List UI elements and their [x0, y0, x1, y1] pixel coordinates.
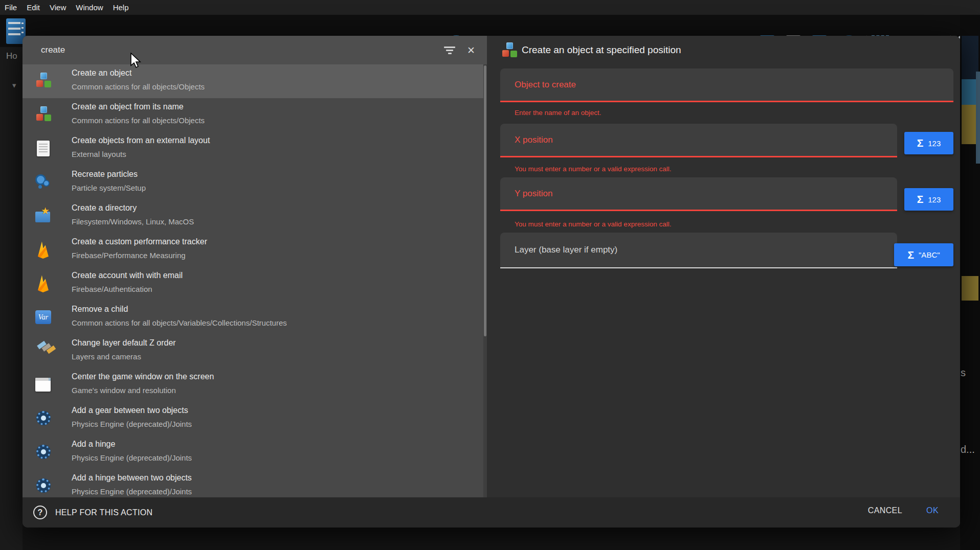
y-position-field[interactable]: Y position — [500, 177, 897, 211]
action-subtitle: Physics Engine (deprecated)/Joints — [72, 487, 192, 496]
new-action-dialog: ✕ Create an object Common actions for al… — [23, 36, 960, 528]
sigma-icon: Σ — [907, 249, 914, 261]
list-item[interactable]: Var Remove a child Common actions for al… — [23, 301, 487, 334]
action-title: Remove a child — [72, 305, 128, 314]
x-position-field[interactable]: X position — [500, 124, 897, 157]
action-subtitle: Particle system/Setup — [72, 184, 146, 192]
action-icon — [34, 376, 53, 394]
list-item[interactable]: Create account with with email Firebase/… — [23, 267, 487, 301]
cubes-icon — [500, 42, 516, 58]
action-list-panel: ✕ Create an object Common actions for al… — [23, 36, 487, 497]
dialog-footer: ? HELP FOR THIS ACTION CANCEL OK — [23, 497, 960, 528]
object-to-create-field[interactable]: Object to create — [500, 68, 953, 102]
action-icon — [34, 140, 53, 158]
x-expression-button[interactable]: Σ 123 — [904, 132, 953, 154]
object-to-create-label: Object to create — [515, 80, 576, 90]
close-icon[interactable]: ✕ — [463, 44, 479, 56]
action-title: Add a gear between two objects — [72, 406, 188, 415]
action-subtitle: Physics Engine (deprecated)/Joints — [72, 420, 192, 428]
layer-label: Layer (base layer if empty) — [515, 245, 617, 255]
action-subtitle: Firebase/Authentication — [72, 285, 152, 293]
action-title: Center the game window on the screen — [72, 372, 214, 381]
app-window: File Edit View Window Help PREVIEW PUBLI… — [0, 0, 980, 550]
background-text-partial: s — [961, 367, 966, 379]
mouse-cursor — [129, 53, 142, 69]
home-tab-partial: Ho — [6, 51, 17, 61]
editor-title: Create an object at specified position — [522, 44, 681, 56]
action-subtitle: Layers and cameras — [72, 352, 141, 361]
list-item[interactable]: Create an object Common actions for all … — [23, 64, 487, 98]
action-list: Create an object Common actions for all … — [23, 64, 487, 497]
action-icon — [34, 477, 53, 495]
action-subtitle: Common actions for all objects/Objects — [72, 116, 205, 125]
action-subtitle: Physics Engine (deprecated)/Joints — [72, 453, 192, 462]
x-position-label: X position — [515, 135, 553, 145]
list-item[interactable]: Create a directory Filesystem/Windows, L… — [23, 199, 487, 233]
action-title: Change layer default Z order — [72, 338, 176, 348]
help-button[interactable]: ? HELP FOR THIS ACTION — [33, 497, 152, 528]
action-title: Create account with with email — [72, 271, 183, 280]
list-item[interactable]: Add a gear between two objects Physics E… — [23, 402, 487, 436]
list-item[interactable]: Create an object from its name Common ac… — [23, 98, 487, 132]
action-icon — [34, 342, 53, 360]
search-bar: ✕ — [23, 36, 487, 64]
action-icon — [34, 173, 53, 192]
x-expression-button-label: 123 — [928, 139, 941, 148]
y-position-label: Y position — [515, 189, 552, 199]
action-title: Create an object from its name — [72, 102, 184, 111]
editor-header: Create an object at specified position — [500, 42, 681, 58]
menu-help[interactable]: Help — [113, 3, 129, 12]
action-icon — [34, 443, 53, 462]
x-error-text: You must enter a number or a valid expre… — [515, 165, 671, 173]
action-subtitle: External layouts — [72, 150, 126, 158]
layer-expression-button-label: "ABC" — [919, 250, 940, 259]
sigma-icon: Σ — [917, 137, 924, 149]
action-subtitle: Firebase/Performance Measuring — [72, 251, 186, 260]
menu-view[interactable]: View — [50, 3, 66, 12]
ok-button[interactable]: OK — [926, 506, 939, 515]
layer-field[interactable]: Layer (base layer if empty) — [500, 233, 897, 268]
layer-expression-button[interactable]: Σ "ABC" — [894, 243, 953, 266]
menu-window[interactable]: Window — [76, 3, 103, 12]
action-title: Add a hinge between two objects — [72, 473, 192, 483]
action-title: Recreate particles — [72, 170, 138, 179]
list-item[interactable]: Center the game window on the screen Gam… — [23, 368, 487, 402]
cancel-button[interactable]: CANCEL — [868, 506, 902, 515]
action-icon — [34, 274, 53, 293]
sigma-icon: Σ — [917, 193, 924, 205]
action-title: Create objects from an external layout — [72, 136, 210, 145]
action-icon: Var — [34, 308, 53, 327]
search-input[interactable] — [41, 45, 443, 55]
list-item[interactable]: Create a custom performance tracker Fire… — [23, 233, 487, 267]
list-item[interactable]: Add a hinge Physics Engine (deprecated)/… — [23, 436, 487, 469]
list-item[interactable]: Add a hinge between two objects Physics … — [23, 469, 487, 497]
help-icon: ? — [33, 506, 47, 519]
list-item[interactable]: Change layer default Z order Layers and … — [23, 334, 487, 368]
menu-file[interactable]: File — [5, 3, 17, 12]
background-object — [962, 276, 978, 301]
y-expression-button[interactable]: Σ 123 — [904, 188, 953, 211]
y-error-text: You must enter a number or a valid expre… — [515, 220, 671, 228]
action-icon — [34, 409, 53, 428]
list-scrollbar-thumb[interactable] — [484, 65, 486, 336]
action-subtitle: Common actions for all objects/Variables… — [72, 318, 287, 327]
background-panel — [0, 47, 23, 550]
list-item[interactable]: Create objects from an external layout E… — [23, 132, 487, 166]
action-icon — [34, 106, 53, 124]
action-title: Add a hinge — [72, 440, 115, 449]
action-title: Create a directory — [72, 203, 137, 213]
action-subtitle: Game's window and resolution — [72, 386, 176, 395]
action-subtitle: Filesystem/Windows, Linux, MacOS — [72, 217, 194, 226]
filter-icon[interactable] — [443, 45, 456, 56]
menu-edit[interactable]: Edit — [27, 3, 40, 12]
action-title: Create a custom performance tracker — [72, 237, 207, 246]
action-title: Create an object — [72, 68, 131, 78]
action-subtitle: Common actions for all objects/Objects — [72, 82, 205, 91]
background-scrollbar — [976, 72, 980, 164]
list-item[interactable]: Recreate particles Particle system/Setup — [23, 166, 487, 199]
list-scrollbar-track — [483, 64, 487, 497]
chevron-down-icon[interactable]: ▾ — [12, 81, 16, 90]
background-text-partial: d... — [961, 444, 975, 455]
menu-bar: File Edit View Window Help — [0, 0, 980, 15]
action-editor-panel: Create an object at specified position O… — [495, 36, 960, 497]
